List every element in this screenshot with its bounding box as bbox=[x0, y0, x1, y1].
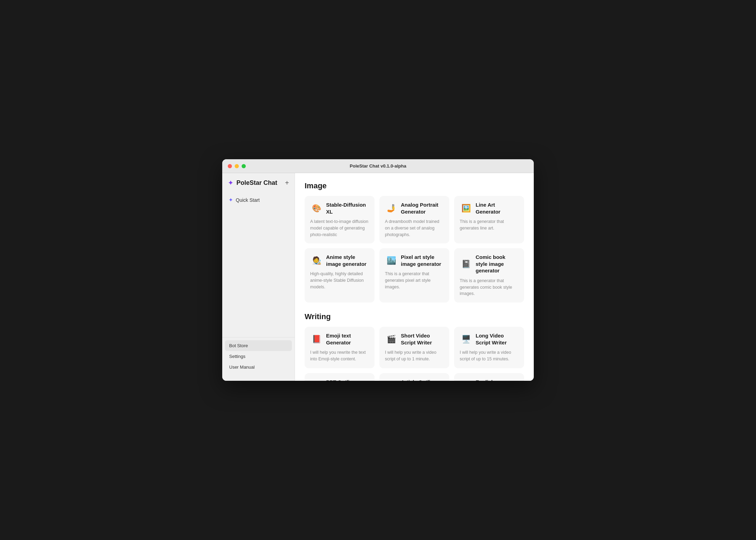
stable-diffusion-icon: 🎨 bbox=[310, 202, 323, 215]
app-window: PoleStar Chat v0.1.0-alpha ✦ PoleStar Ch… bbox=[222, 159, 534, 381]
long-video-title: Long Video Script Writer bbox=[476, 332, 519, 346]
long-video-desc: I will help you write a video script of … bbox=[460, 349, 519, 362]
long-video-icon: 🖥️ bbox=[460, 333, 472, 345]
writing-section: Writing 📕 Emoji text Generator I will he… bbox=[305, 312, 524, 381]
card-anime[interactable]: 🧑‍🎨 Anime style image generator High-qua… bbox=[305, 248, 375, 303]
analog-portrait-icon: 🤳 bbox=[385, 202, 397, 215]
emoji-text-desc: I will help you rewrite the text into Em… bbox=[310, 349, 369, 362]
pixel-art-title: Pixel art style image generator bbox=[401, 254, 444, 267]
maximize-button[interactable] bbox=[242, 164, 246, 168]
anime-icon: 🧑‍🎨 bbox=[310, 254, 323, 267]
minimize-button[interactable] bbox=[235, 164, 239, 168]
card-analog-portrait[interactable]: 🤳 Analog Portrait Generator A dreambooth… bbox=[379, 196, 449, 243]
anime-desc: High-quality, highly detailed anime-styl… bbox=[310, 271, 369, 290]
card-long-video[interactable]: 🖥️ Long Video Script Writer I will help … bbox=[454, 327, 524, 368]
app-body: ✦ PoleStar Chat + ✦ Quick Start Bot Stor… bbox=[222, 173, 534, 381]
image-section-title: Image bbox=[305, 181, 524, 190]
english-summary-icon: 🧑 bbox=[460, 379, 472, 381]
card-comic-book-header: 📓 Comic book style image generator bbox=[460, 254, 519, 274]
traffic-lights bbox=[228, 164, 246, 168]
card-analog-portrait-header: 🤳 Analog Portrait Generator bbox=[385, 201, 444, 215]
article-outline-icon: 👩 bbox=[385, 379, 397, 381]
sidebar-item-settings[interactable]: Settings bbox=[225, 351, 292, 362]
comic-book-icon: 📓 bbox=[460, 258, 472, 270]
card-pixel-art-header: 🏙️ Pixel art style image generator bbox=[385, 254, 444, 267]
writing-cards-grid: 📕 Emoji text Generator I will help you r… bbox=[305, 327, 524, 381]
card-ppt-outline[interactable]: 🎭 PPT Outline Assistant bbox=[305, 373, 375, 381]
card-article-outline[interactable]: 👩 Article Outline Writer bbox=[379, 373, 449, 381]
sidebar-item-usermanual[interactable]: User Manual bbox=[225, 362, 292, 372]
polestar-logo-icon: ✦ bbox=[228, 179, 234, 187]
anime-title: Anime style image generator bbox=[326, 254, 369, 267]
card-anime-header: 🧑‍🎨 Anime style image generator bbox=[310, 254, 369, 267]
comic-book-desc: This is a generator that generates comic… bbox=[460, 278, 519, 297]
writing-section-title: Writing bbox=[305, 312, 524, 321]
app-title: PoleStar Chat bbox=[236, 179, 277, 187]
sidebar: ✦ PoleStar Chat + ✦ Quick Start Bot Stor… bbox=[222, 173, 295, 381]
card-emoji-text-header: 📕 Emoji text Generator bbox=[310, 332, 369, 346]
card-pixel-art[interactable]: 🏙️ Pixel art style image generator This … bbox=[379, 248, 449, 303]
card-ppt-outline-header: 🎭 PPT Outline Assistant bbox=[310, 379, 369, 381]
line-art-title: Line Art Generator bbox=[476, 201, 519, 215]
sidebar-header: ✦ PoleStar Chat + bbox=[222, 179, 295, 192]
sidebar-item-label: Quick Start bbox=[236, 197, 260, 203]
analog-portrait-title: Analog Portrait Generator bbox=[401, 201, 444, 215]
stable-diffusion-title: Stable-Diffusion XL bbox=[326, 201, 369, 215]
card-article-outline-header: 👩 Article Outline Writer bbox=[385, 379, 444, 381]
ppt-outline-title: PPT Outline Assistant bbox=[326, 379, 369, 381]
card-long-video-header: 🖥️ Long Video Script Writer bbox=[460, 332, 519, 346]
card-emoji-text[interactable]: 📕 Emoji text Generator I will help you r… bbox=[305, 327, 375, 368]
emoji-text-title: Emoji text Generator bbox=[326, 332, 369, 346]
close-button[interactable] bbox=[228, 164, 232, 168]
card-english-summary[interactable]: 🧑 English Summary bbox=[454, 373, 524, 381]
short-video-icon: 🎬 bbox=[385, 333, 397, 345]
english-summary-title: English Summary bbox=[476, 379, 519, 381]
sidebar-item-quickstart[interactable]: ✦ Quick Start bbox=[225, 194, 292, 206]
pixel-art-desc: This is a generator that generates pixel… bbox=[385, 271, 444, 290]
card-stable-diffusion-header: 🎨 Stable-Diffusion XL bbox=[310, 201, 369, 215]
line-art-icon: 🖼️ bbox=[460, 202, 472, 215]
sidebar-item-botstore[interactable]: Bot Store bbox=[225, 340, 292, 351]
article-outline-title: Article Outline Writer bbox=[401, 379, 444, 381]
line-art-desc: This is a generator that generates line … bbox=[460, 218, 519, 232]
image-section: Image 🎨 Stable-Diffusion XL A latent tex… bbox=[305, 181, 524, 303]
titlebar: PoleStar Chat v0.1.0-alpha bbox=[222, 159, 534, 173]
card-line-art[interactable]: 🖼️ Line Art Generator This is a generato… bbox=[454, 196, 524, 243]
short-video-desc: I will help you write a video script of … bbox=[385, 349, 444, 362]
sidebar-bottom: Bot Store Settings User Manual bbox=[222, 337, 295, 375]
sparkle-icon: ✦ bbox=[228, 197, 233, 203]
new-chat-button[interactable]: + bbox=[285, 179, 289, 186]
card-short-video-header: 🎬 Short Video Script Writer bbox=[385, 332, 444, 346]
card-comic-book[interactable]: 📓 Comic book style image generator This … bbox=[454, 248, 524, 303]
card-short-video[interactable]: 🎬 Short Video Script Writer I will help … bbox=[379, 327, 449, 368]
card-english-summary-header: 🧑 English Summary bbox=[460, 379, 519, 381]
ppt-outline-icon: 🎭 bbox=[310, 379, 323, 381]
comic-book-title: Comic book style image generator bbox=[476, 254, 519, 274]
main-content: Image 🎨 Stable-Diffusion XL A latent tex… bbox=[295, 173, 534, 381]
card-line-art-header: 🖼️ Line Art Generator bbox=[460, 201, 519, 215]
analog-portrait-desc: A dreambooth model trained on a diverse … bbox=[385, 218, 444, 238]
pixel-art-icon: 🏙️ bbox=[385, 254, 397, 267]
sidebar-nav: ✦ Quick Start bbox=[222, 192, 295, 207]
stable-diffusion-desc: A latent text-to-image diffusion model c… bbox=[310, 218, 369, 238]
window-title: PoleStar Chat v0.1.0-alpha bbox=[350, 163, 406, 169]
image-cards-grid: 🎨 Stable-Diffusion XL A latent text-to-i… bbox=[305, 196, 524, 303]
emoji-text-icon: 📕 bbox=[310, 333, 323, 345]
short-video-title: Short Video Script Writer bbox=[401, 332, 444, 346]
card-stable-diffusion[interactable]: 🎨 Stable-Diffusion XL A latent text-to-i… bbox=[305, 196, 375, 243]
